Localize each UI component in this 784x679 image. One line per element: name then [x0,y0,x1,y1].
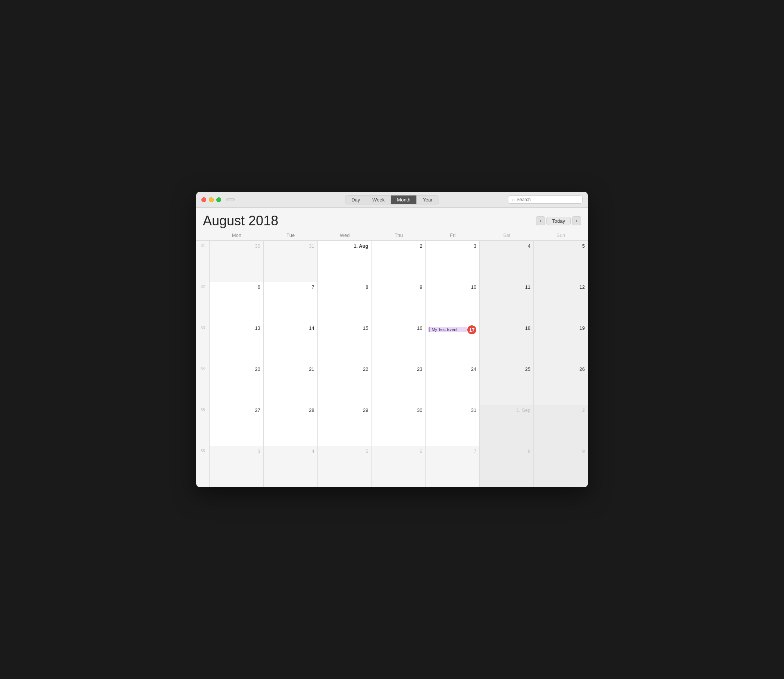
calendar-cell-week5-day2[interactable]: 5 [318,446,372,487]
day-number: 15 [321,325,369,331]
event-chip[interactable]: My Test Event [429,327,467,332]
prev-month-button[interactable]: ‹ [536,216,545,225]
calendar-cell-week5-day4[interactable]: 7 [426,446,479,487]
calendar-cell-week3-day0[interactable]: 20 [209,364,264,405]
calendars-button[interactable] [226,198,234,201]
calendar-cell-week0-day5[interactable]: 4 [479,241,534,282]
calendar-cell-week2-day4[interactable]: 17My Test Event [426,323,479,364]
week-row-3: 3420212223242526 [196,364,588,405]
month-title: August 2018 [203,213,278,229]
calendar-cell-week3-day5[interactable]: 25 [479,364,534,405]
day-number: 5 [321,449,369,454]
next-month-button[interactable]: › [572,216,581,225]
day-number: 8 [321,284,369,290]
calendar-cell-week4-day0[interactable]: 27 [209,405,264,446]
day-number: 1. Aug [321,243,369,249]
day-number: 18 [483,325,530,331]
day-number: 9 [537,449,585,454]
day-number: 28 [267,407,314,413]
search-input[interactable] [517,197,578,202]
week-num-33: 33 [196,323,209,364]
calendar-cell-week5-day5[interactable]: 8 [479,446,534,487]
day-number: 21 [267,366,314,372]
calendar-cell-week1-day3[interactable]: 9 [372,282,426,323]
calendar-cell-week0-day6[interactable]: 5 [534,241,588,282]
calendar-cell-week0-day1[interactable]: 31 [264,241,318,282]
calendar-cell-week4-day3[interactable]: 30 [372,405,426,446]
calendar-cell-week0-day2[interactable]: 1. Aug [318,241,372,282]
calendar-cell-week1-day5[interactable]: 11 [479,282,534,323]
tab-week[interactable]: Week [366,196,391,204]
calendar-cell-week3-day6[interactable]: 26 [534,364,588,405]
calendar-cell-week5-day3[interactable]: 6 [372,446,426,487]
week-row-1: 326789101112 [196,282,588,323]
search-box: ⌕ [508,196,583,204]
tab-year[interactable]: Year [417,196,438,204]
maximize-button[interactable] [216,197,221,202]
calendar-cell-week0-day0[interactable]: 30 [209,241,264,282]
calendar-cell-week4-day5[interactable]: 1. Sep [479,405,534,446]
calendar-cell-week5-day0[interactable]: 3 [209,446,264,487]
day-number: 22 [321,366,369,372]
day-number: 1. Sep [483,407,530,413]
day-number: 31 [429,407,476,413]
calendar-cell-week3-day3[interactable]: 23 [372,364,426,405]
calendar-cell-week3-day4[interactable]: 24 [426,364,479,405]
day-number: 6 [212,284,260,290]
minimize-button[interactable] [209,197,214,202]
year-text: 2018 [248,213,278,228]
day-header-mon: Mon [209,232,264,239]
calendar-header: August 2018 ‹ Today › [196,208,588,232]
day-number: 2 [375,243,423,249]
calendar-cell-week1-day0[interactable]: 6 [209,282,264,323]
titlebar: Day Week Month Year ⌕ [196,192,588,208]
today-button[interactable]: Today [547,217,571,225]
calendar-cell-week2-day3[interactable]: 16 [372,323,426,364]
week-row-0: 3130311. Aug2345 [196,241,588,282]
day-number: 30 [375,407,423,413]
day-number: 24 [429,366,476,372]
calendar-cell-week0-day4[interactable]: 3 [426,241,479,282]
tab-month[interactable]: Month [391,196,417,204]
view-tabs: Day Week Month Year [345,195,439,205]
calendar-cell-week3-day1[interactable]: 21 [264,364,318,405]
day-header-tue: Tue [264,232,318,239]
calendar-cell-week5-day6[interactable]: 9 [534,446,588,487]
day-number: 23 [375,366,423,372]
week-row-5: 363456789 [196,446,588,487]
calendar-cell-week0-day3[interactable]: 2 [372,241,426,282]
day-header-wed: Wed [318,232,372,239]
calendar-cell-week5-day1[interactable]: 4 [264,446,318,487]
day-number: 11 [483,284,530,290]
calendar-cell-week2-day0[interactable]: 13 [209,323,264,364]
day-number: 3 [429,243,476,249]
month-name-text: August [203,213,245,228]
calendar-cell-week3-day2[interactable]: 22 [318,364,372,405]
day-number: 9 [375,284,423,290]
calendar-cell-week1-day4[interactable]: 10 [426,282,479,323]
day-number: 7 [429,449,476,454]
close-button[interactable] [201,197,206,202]
day-header-fri: Fri [426,232,479,239]
day-number: 2 [537,407,585,413]
calendar-cell-week1-day1[interactable]: 7 [264,282,318,323]
day-header-sun: Sun [534,232,588,239]
calendar-cell-week2-day6[interactable]: 19 [534,323,588,364]
calendar-window: Day Week Month Year ⌕ August 2018 ‹ Toda… [196,192,588,487]
week-num-32: 32 [196,282,209,323]
calendar-cell-week4-day6[interactable]: 2 [534,405,588,446]
calendar-cell-week4-day4[interactable]: 31 [426,405,479,446]
day-number: 6 [375,449,423,454]
day-number: 30 [212,243,260,249]
calendar-cell-week4-day1[interactable]: 28 [264,405,318,446]
week-num-36: 36 [196,446,209,487]
calendar-cell-week4-day2[interactable]: 29 [318,405,372,446]
calendar-cell-week2-day5[interactable]: 18 [479,323,534,364]
day-number: 31 [267,243,314,249]
tab-day[interactable]: Day [345,196,366,204]
calendar-cell-week1-day6[interactable]: 12 [534,282,588,323]
calendar-cell-week1-day2[interactable]: 8 [318,282,372,323]
calendar-cell-week2-day2[interactable]: 15 [318,323,372,364]
calendar-cell-week2-day1[interactable]: 14 [264,323,318,364]
calendar-grid: 3130311. Aug2345326789101112331314151617… [196,241,588,487]
